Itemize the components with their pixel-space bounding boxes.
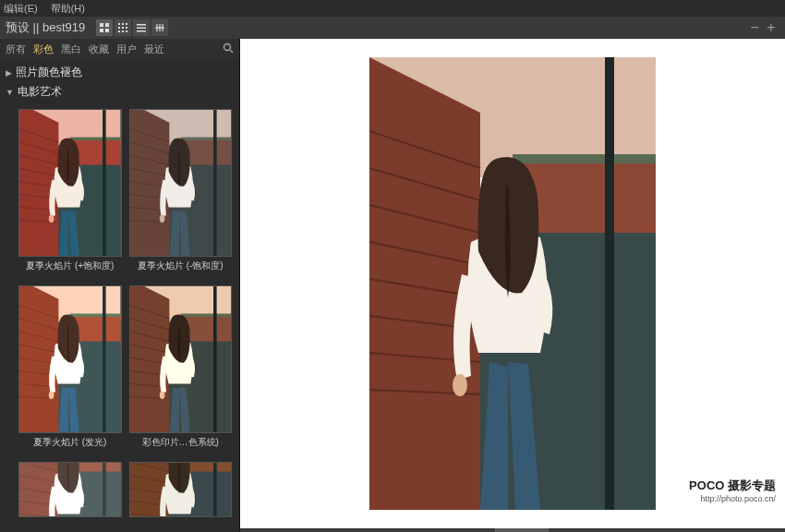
zoom-controls: − + bbox=[748, 19, 781, 36]
svg-rect-26 bbox=[122, 30, 124, 32]
zoom-in-button[interactable]: + bbox=[765, 19, 778, 36]
svg-rect-16 bbox=[105, 23, 109, 27]
svg-rect-20 bbox=[122, 23, 124, 25]
presets-panel: 所有 彩色 黑白 收藏 用户 最近 ▶ 照片颜色褪色 ▼ 电影艺术 bbox=[0, 39, 240, 532]
svg-rect-22 bbox=[118, 27, 120, 29]
preset-label: 夏季火焰片 (发光) bbox=[18, 433, 122, 454]
tree-item-fade[interactable]: ▶ 照片颜色褪色 bbox=[6, 63, 234, 82]
menubar: 编辑(E) 帮助(H) bbox=[0, 0, 785, 17]
tree-label: 照片颜色褪色 bbox=[16, 65, 82, 80]
tab-fav[interactable]: 收藏 bbox=[89, 42, 109, 56]
titlebar: 预设 || best919 − + bbox=[0, 17, 785, 39]
preset-thumbnails[interactable]: 夏季火焰片 (+饱和度) 夏季火焰片 (-饱和度) 夏季火焰片 (发光) 彩色印… bbox=[0, 105, 239, 532]
svg-rect-25 bbox=[118, 30, 120, 32]
menu-help[interactable]: 帮助(H) bbox=[51, 2, 85, 16]
svg-rect-28 bbox=[137, 24, 146, 26]
menu-edit[interactable]: 编辑(E) bbox=[4, 2, 38, 16]
preset-thumb[interactable]: 夏季火焰片 (-饱和度) bbox=[129, 109, 233, 278]
svg-rect-29 bbox=[137, 28, 146, 30]
svg-rect-17 bbox=[100, 29, 103, 32]
tree-label: 电影艺术 bbox=[18, 84, 62, 100]
view-mode-switch bbox=[96, 19, 168, 36]
tab-bw[interactable]: 黑白 bbox=[61, 42, 81, 56]
app-root: 编辑(E) 帮助(H) 预设 || best919 − + bbox=[0, 0, 785, 532]
watermark-sub: http://photo.poco.cn/ bbox=[700, 494, 776, 503]
triangle-right-icon: ▶ bbox=[6, 68, 12, 78]
before-button[interactable]: 处理前 bbox=[495, 528, 549, 532]
svg-point-35 bbox=[224, 43, 231, 50]
panel-title: 预设 || best919 bbox=[4, 19, 85, 36]
tab-recent[interactable]: 最近 bbox=[144, 42, 164, 56]
filter-tabs: 所有 彩色 黑白 收藏 用户 最近 bbox=[0, 39, 239, 59]
tab-user[interactable]: 用户 bbox=[116, 42, 137, 56]
bottom-toolbar: 处理前 bbox=[240, 528, 785, 532]
svg-rect-21 bbox=[126, 23, 127, 25]
svg-rect-23 bbox=[122, 27, 124, 29]
search-icon[interactable] bbox=[223, 42, 234, 56]
preview-canvas[interactable] bbox=[240, 39, 785, 528]
preset-thumb[interactable]: 夏季火焰片 (发光) bbox=[18, 285, 122, 454]
preset-thumb[interactable]: 彩色印片…色系统) bbox=[129, 285, 233, 454]
view-grid-large-icon[interactable] bbox=[96, 19, 113, 36]
zoom-out-button[interactable]: − bbox=[748, 19, 761, 36]
svg-line-36 bbox=[230, 50, 233, 53]
view-grid-small-icon[interactable] bbox=[115, 19, 131, 36]
svg-rect-30 bbox=[137, 30, 146, 32]
svg-rect-24 bbox=[126, 27, 127, 29]
preview-area: POCO 摄影专题 http://photo.poco.cn/ 处理前 bbox=[240, 39, 785, 532]
preset-label: 夏季火焰片 (+饱和度) bbox=[18, 257, 122, 278]
preset-label: 夏季火焰片 (-饱和度) bbox=[129, 257, 233, 278]
preset-thumb[interactable] bbox=[18, 462, 122, 517]
preset-label: 彩色印片…色系统) bbox=[129, 433, 233, 454]
watermark: POCO 摄影专题 http://photo.poco.cn/ bbox=[685, 477, 779, 504]
tab-all[interactable]: 所有 bbox=[6, 42, 26, 56]
svg-rect-18 bbox=[105, 29, 109, 32]
main-split: 所有 彩色 黑白 收藏 用户 最近 ▶ 照片颜色褪色 ▼ 电影艺术 bbox=[0, 39, 785, 532]
preset-thumb[interactable]: 夏季火焰片 (+饱和度) bbox=[18, 109, 122, 278]
preset-thumb[interactable] bbox=[129, 462, 233, 517]
tree-item-cinema[interactable]: ▼ 电影艺术 bbox=[6, 82, 234, 102]
svg-rect-15 bbox=[100, 23, 103, 27]
view-compact-icon[interactable] bbox=[151, 19, 168, 36]
preset-tree: ▶ 照片颜色褪色 ▼ 电影艺术 bbox=[0, 59, 239, 105]
svg-rect-19 bbox=[118, 23, 120, 25]
svg-rect-27 bbox=[126, 30, 127, 32]
main-preview-image bbox=[369, 57, 656, 510]
watermark-main: POCO 摄影专题 bbox=[689, 478, 776, 494]
triangle-down-icon: ▼ bbox=[6, 88, 14, 97]
tab-color[interactable]: 彩色 bbox=[33, 42, 54, 56]
view-list-icon[interactable] bbox=[133, 19, 150, 36]
